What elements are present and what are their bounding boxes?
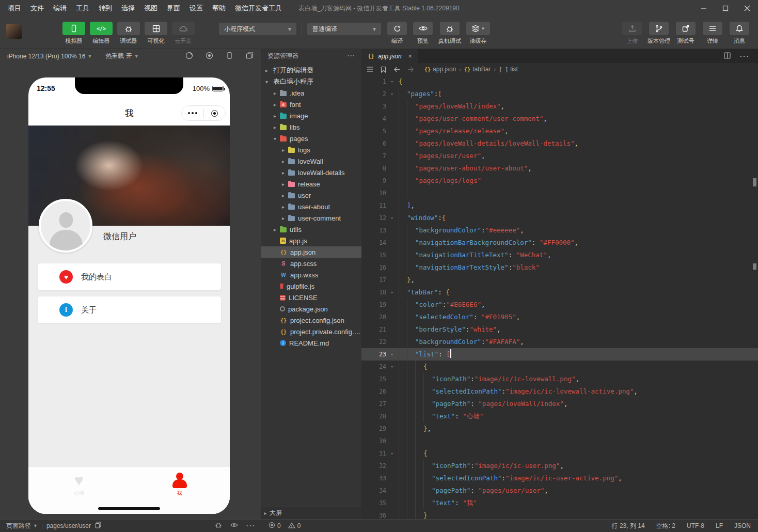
watch-icon[interactable] <box>230 522 238 529</box>
debug-icon[interactable] <box>215 522 222 530</box>
code-line-33[interactable]: 33"selectedIconPath":"image/ic/ic-user-a… <box>361 472 758 484</box>
tree-item-user-about[interactable]: ▸user-about <box>261 201 361 212</box>
mode-select[interactable]: 小程序模式 ▼ <box>219 23 296 35</box>
encoding[interactable]: UTF-8 <box>687 522 704 529</box>
close-capsule-icon[interactable] <box>204 110 226 117</box>
tree-item-LICENSE[interactable]: LICENSE <box>261 292 361 303</box>
multi-window-icon[interactable] <box>246 52 254 61</box>
tree-item-project.config.json[interactable]: {}project.config.json <box>261 315 361 326</box>
code-line-3[interactable]: 3"pages/loveWall/index", <box>361 100 758 113</box>
close-icon[interactable] <box>736 0 758 17</box>
more-icon[interactable]: ··· <box>246 522 256 529</box>
fold-icon[interactable]: › <box>386 212 398 224</box>
tab-me[interactable]: 我 <box>159 472 200 497</box>
indentation[interactable]: 空格: 2 <box>656 522 675 530</box>
toolbar-button-模拟器[interactable]: 模拟器 <box>62 22 86 45</box>
code-line-13[interactable]: 13"backgroundColor":"#eeeeee", <box>361 224 758 237</box>
breadcrumb-item-tabBar[interactable]: {}tabBar <box>464 66 491 73</box>
maximize-icon[interactable] <box>715 0 736 17</box>
tree-item-pages[interactable]: ▾pages <box>261 133 361 144</box>
copy-icon[interactable] <box>95 522 101 530</box>
tree-item-user-comment[interactable]: ▸user-comment <box>261 212 361 224</box>
tree-item-utils[interactable]: ▸utils <box>261 224 361 235</box>
code-line-23[interactable]: 23›"list": [ <box>361 348 758 361</box>
menubar-item-视图[interactable]: 视图 <box>139 0 162 17</box>
tree-item-libs[interactable]: ▸libs <box>261 121 361 133</box>
menubar-item-编辑[interactable]: 编辑 <box>49 0 71 17</box>
menubar-item-文件[interactable]: 文件 <box>26 0 49 17</box>
scrollbar-mark[interactable] <box>753 178 756 186</box>
code-line-9[interactable]: 9"pages/logs/logs" <box>361 175 758 187</box>
hot-reload-toggle[interactable]: 热重载 开 ▼ <box>105 52 138 60</box>
menubar-item-工具[interactable]: 工具 <box>71 0 94 17</box>
forward-icon[interactable] <box>407 67 414 72</box>
code-line-28[interactable]: 28"text": "心墙" <box>361 410 758 423</box>
fold-icon[interactable]: › <box>386 361 398 373</box>
code-line-10[interactable]: 10 <box>361 187 758 199</box>
menubar-item-项目[interactable]: 项目 <box>3 0 26 17</box>
tree-item-app.wxss[interactable]: Wapp.wxss <box>261 269 361 280</box>
code-line-8[interactable]: 8"pages/user-about/user-about", <box>361 162 758 175</box>
warnings-icon[interactable] <box>288 522 295 530</box>
menubar-item-帮助[interactable]: 帮助 <box>208 0 230 17</box>
device-select[interactable]: iPhone 12/13 (Pro) 100% 16 ▼ <box>7 53 92 60</box>
tree-item-release[interactable]: ▸release <box>261 178 361 190</box>
code-line-29[interactable]: 29}, <box>361 423 758 435</box>
compile-select[interactable]: 普通编译 ▼ <box>307 23 381 35</box>
rotate-icon[interactable] <box>185 52 193 61</box>
toolbar-button-测试号[interactable]: 测试号 <box>674 22 697 45</box>
toolbar-button-详情[interactable]: 详情 <box>701 22 724 45</box>
menubar-item-转到[interactable]: 转到 <box>94 0 117 17</box>
toolbar-button-上传[interactable]: 上传 <box>621 22 643 45</box>
errors-icon[interactable] <box>269 522 275 530</box>
fold-icon[interactable]: › <box>386 348 398 361</box>
breadcrumb-item-list[interactable]: [ ]list <box>499 66 518 73</box>
tree-item-打开的编辑器[interactable]: ▸打开的编辑器 <box>261 65 361 76</box>
outline-icon[interactable] <box>367 66 373 72</box>
tree-item-app.scss[interactable]: Sapp.scss <box>261 258 361 269</box>
menubar-item-设置[interactable]: 设置 <box>185 0 208 17</box>
code-line-31[interactable]: 31›{ <box>361 447 758 460</box>
tree-item-README.md[interactable]: iREADME.md <box>261 337 361 349</box>
code-line-21[interactable]: 21"borderStyle":"white", <box>361 323 758 336</box>
tree-item-font[interactable]: ▸Afont <box>261 99 361 110</box>
more-icon[interactable] <box>182 112 203 114</box>
toolbar-button-版本管理[interactable]: 版本管理 <box>648 22 670 45</box>
tree-item-project.private.config.js...[interactable]: {}project.private.config.js... <box>261 326 361 337</box>
toolbar-button-编辑器[interactable]: </>编辑器 <box>89 22 113 45</box>
tree-item-.idea[interactable]: ▸.idea <box>261 87 361 99</box>
code-line-35[interactable]: 35"text": "我" <box>361 497 758 509</box>
code-line-34[interactable]: 34"pagePath": "pages/user/user", <box>361 484 758 497</box>
record-icon[interactable] <box>206 52 213 61</box>
tree-item-表白墙小程序[interactable]: ▾表白墙小程序 <box>261 76 361 87</box>
code-line-4[interactable]: 4"pages/user-comment/user-comment", <box>361 113 758 125</box>
code-line-26[interactable]: 26"selectedIconPath":"image/ic/ic-lovewa… <box>361 385 758 398</box>
code-line-19[interactable]: 19"color":"#E6E6E6", <box>361 299 758 311</box>
page-path-label[interactable]: 页面路径 <box>6 522 31 530</box>
code-line-20[interactable]: 20"selectedColor": "#F01905", <box>361 311 758 323</box>
toolbar-button-编译[interactable]: 编译 <box>385 22 409 45</box>
menu-item-about[interactable]: i 关于 <box>38 296 221 323</box>
toolbar-button-调试器[interactable]: 调试器 <box>117 22 140 45</box>
code-line-27[interactable]: 27"pagePath": "pages/loveWall/index", <box>361 398 758 410</box>
code-line-18[interactable]: 18›"tabBar": { <box>361 286 758 299</box>
breadcrumb-item-app.json[interactable]: {}app.json <box>424 66 456 73</box>
code-line-11[interactable]: 11], <box>361 199 758 212</box>
code-line-15[interactable]: 15"navigationBarTitleText": "WeChat", <box>361 249 758 261</box>
toolbar-button-真机调试[interactable]: 真机调试 <box>437 22 463 45</box>
code-line-30[interactable]: 30 <box>361 435 758 447</box>
code-line-36[interactable]: 36} <box>361 509 758 519</box>
menubar-item-选择[interactable]: 选择 <box>117 0 139 17</box>
tree-item-app.js[interactable]: JSapp.js <box>261 235 361 246</box>
code-line-25[interactable]: 25"iconPath":"image/ic/ic-lovewall.png", <box>361 373 758 385</box>
tree-item-image[interactable]: ▸image <box>261 110 361 121</box>
tree-item-package.json[interactable]: package.json <box>261 303 361 315</box>
section-bigscreen[interactable]: ▸ 大屏 <box>261 507 361 519</box>
device-frame-icon[interactable] <box>226 52 233 61</box>
code-line-32[interactable]: 32"iconPath":"image/ic/ic-user.png", <box>361 460 758 472</box>
fold-icon[interactable]: › <box>386 88 398 100</box>
split-editor-icon[interactable] <box>724 52 731 60</box>
fold-icon[interactable]: › <box>386 286 398 299</box>
toolbar-button-消息[interactable]: 消息 <box>728 22 751 45</box>
language-mode[interactable]: JSON <box>734 522 751 529</box>
